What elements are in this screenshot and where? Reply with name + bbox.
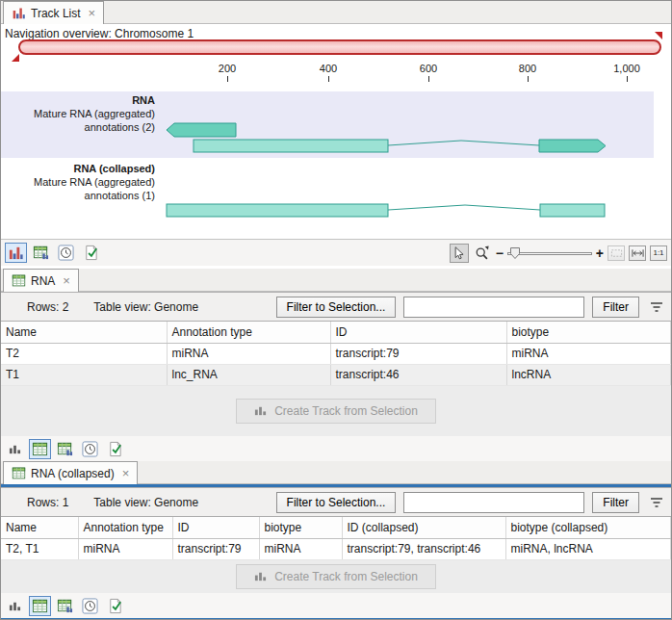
annotation-feature-exon[interactable] <box>167 204 388 217</box>
table-view-button[interactable] <box>29 439 51 459</box>
track-view-button[interactable] <box>4 596 26 616</box>
advanced-filter-button[interactable] <box>647 493 666 512</box>
table-cell[interactable]: miRNA <box>506 343 671 364</box>
annotation-feature-intron[interactable] <box>388 205 540 210</box>
zoom-tool-button[interactable] <box>473 244 492 263</box>
table-chart-view-button[interactable] <box>54 439 76 459</box>
rna-collapsed-table-footer-area: Create Track from Selection <box>1 560 671 594</box>
zoom-in-button[interactable]: + <box>596 246 604 260</box>
table-cell[interactable]: miRNA <box>167 343 330 364</box>
create-track-from-selection-button[interactable]: Create Track from Selection <box>236 399 436 424</box>
history-icon <box>82 441 98 457</box>
ruler-tick-mark <box>528 76 529 82</box>
ruler-tick-label: 600 <box>420 63 437 74</box>
zoom-slider-handle-icon[interactable] <box>510 247 520 259</box>
column-header[interactable]: biotype (collapsed) <box>505 517 671 538</box>
table-cell[interactable]: miRNA, lncRNA <box>505 538 671 559</box>
table-view-button[interactable] <box>30 243 52 263</box>
table-cell[interactable]: transcript:79 <box>172 538 259 559</box>
zoom-slider-rail[interactable] <box>507 252 592 255</box>
annotation-feature-exon[interactable] <box>540 204 605 217</box>
annotation-feature-arrow-right[interactable] <box>539 140 606 152</box>
rows-count-label: Rows: 2 <box>27 300 68 314</box>
table-row[interactable]: T1lnc_RNAtranscript:46lncRNA <box>1 364 671 385</box>
advanced-filter-button[interactable] <box>647 297 666 317</box>
create-track-from-selection-button[interactable]: Create Track from Selection <box>236 564 436 589</box>
element-info-icon <box>83 245 99 261</box>
history-button[interactable] <box>55 243 77 263</box>
annotation-feature-intron[interactable] <box>388 141 539 145</box>
element-info-button[interactable] <box>80 243 102 263</box>
table-cell[interactable]: transcript:79, transcript:46 <box>342 538 505 559</box>
filter-button[interactable]: Filter <box>592 297 639 318</box>
history-button[interactable] <box>79 439 101 459</box>
element-info-icon <box>107 441 123 457</box>
table-row[interactable]: T2miRNAtranscript:79miRNA <box>1 343 671 364</box>
table-cell[interactable]: transcript:79 <box>330 343 506 364</box>
bar-chart-icon <box>9 600 21 612</box>
table-chart-view-button[interactable] <box>54 596 76 616</box>
filter-to-selection-button[interactable]: Filter to Selection... <box>276 492 397 513</box>
close-icon[interactable]: × <box>63 274 70 287</box>
close-icon[interactable]: × <box>89 7 96 19</box>
rows-count-label: Rows: 1 <box>27 496 68 509</box>
element-info-button[interactable] <box>104 439 126 459</box>
rna-table-panel: RNA × Rows: 2 Table view: Genome Filter … <box>1 269 671 461</box>
column-header[interactable]: biotype <box>506 322 671 343</box>
column-header[interactable]: Annotation type <box>78 517 172 538</box>
tab-label: RNA <box>31 274 55 288</box>
ruler-tick-label: 200 <box>219 63 236 74</box>
column-header[interactable]: Name <box>1 322 167 343</box>
filter-to-selection-button[interactable]: Filter to Selection... <box>276 297 397 318</box>
bar-chart-icon <box>9 443 21 455</box>
tab-rna-collapsed[interactable]: RNA (collapsed) × <box>3 461 138 484</box>
range-marker-right-icon[interactable] <box>655 32 663 40</box>
rna-collapsed-view-switcher <box>1 593 671 618</box>
history-icon <box>82 598 98 614</box>
table-cell[interactable]: transcript:46 <box>330 364 506 385</box>
filter-input[interactable] <box>403 492 584 513</box>
chromosome-overview-bar[interactable] <box>18 39 661 55</box>
track-list-toolbar: − + <box>1 239 671 266</box>
table-view-label: Table view: Genome <box>93 496 198 509</box>
zoom-out-button[interactable]: − <box>496 246 504 260</box>
table-cell[interactable]: T1 <box>1 364 167 385</box>
filter-button[interactable]: Filter <box>592 492 639 513</box>
element-info-button[interactable] <box>104 596 126 616</box>
track-view-button[interactable] <box>4 439 26 459</box>
column-header[interactable]: ID <box>172 517 259 538</box>
track-rna[interactable]: RNA Mature RNA (aggregated) annotations … <box>1 91 654 158</box>
close-icon[interactable]: × <box>122 467 130 479</box>
annotation-feature-arrow-left[interactable] <box>167 123 236 137</box>
table-cell[interactable]: miRNA <box>259 538 342 559</box>
table-cell[interactable]: T2, T1 <box>1 538 78 559</box>
tab-rna[interactable]: RNA × <box>3 269 79 292</box>
one-to-one-zoom-button[interactable]: 1:1 <box>650 245 667 261</box>
selection-zoom-icon <box>610 248 623 258</box>
table-cell[interactable]: miRNA <box>78 538 172 559</box>
fit-width-button[interactable] <box>629 245 646 261</box>
table-cell[interactable]: T2 <box>1 343 167 364</box>
track-rna-collapsed[interactable]: RNA (collapsed) Mature RNA (aggregated) … <box>1 160 671 234</box>
annotation-feature-exon[interactable] <box>194 140 388 152</box>
column-header[interactable]: biotype <box>259 517 342 538</box>
track-view-button[interactable] <box>5 243 27 263</box>
column-header[interactable]: Annotation type <box>167 322 330 343</box>
column-header[interactable]: Name <box>1 517 78 538</box>
table-cell[interactable]: lnc_RNA <box>167 364 330 385</box>
tab-label: RNA (collapsed) <box>31 467 115 480</box>
table-view-button[interactable] <box>29 596 51 616</box>
column-header[interactable]: ID (collapsed) <box>342 517 505 538</box>
range-marker-left-icon[interactable] <box>12 54 20 63</box>
cursor-tool-button[interactable] <box>450 244 469 263</box>
table-row[interactable]: T2, T1miRNAtranscript:79miRNAtranscript:… <box>1 538 671 559</box>
zoom-slider[interactable] <box>507 246 592 260</box>
column-header[interactable]: ID <box>330 322 506 343</box>
history-button[interactable] <box>79 596 101 616</box>
zoom-to-selection-button[interactable] <box>607 245 625 261</box>
rna-tab-bar: RNA × <box>1 269 671 292</box>
filter-input[interactable] <box>403 297 584 318</box>
table-cell[interactable]: lncRNA <box>506 364 671 385</box>
tab-track-list[interactable]: Track List × <box>3 1 104 24</box>
ruler-tick-label: 400 <box>320 63 337 74</box>
